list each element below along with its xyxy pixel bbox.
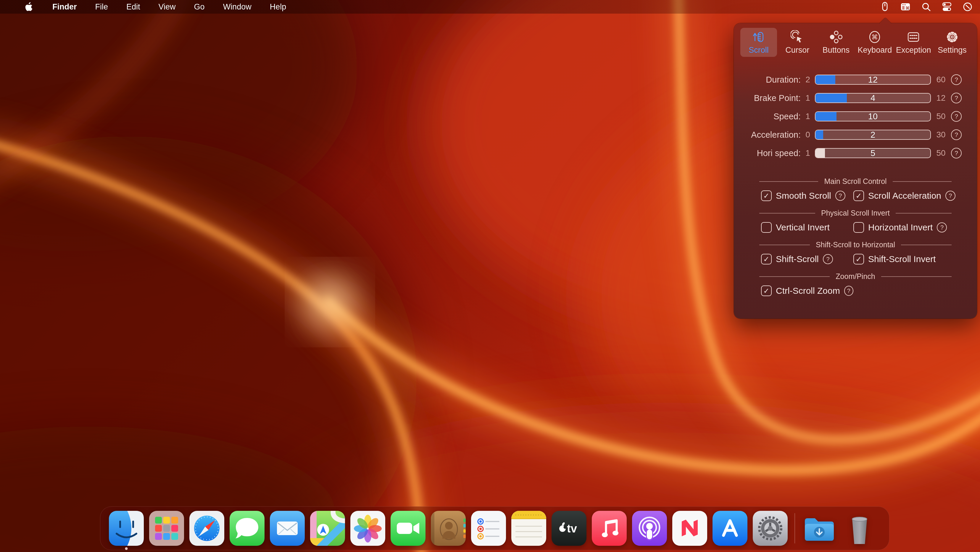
messages-icon xyxy=(230,511,264,546)
menu-item-go[interactable]: Go xyxy=(194,2,205,11)
slider-group: Duration: 2 12 60 ? Brake Point: 1 4 12 … xyxy=(734,70,977,162)
facetime-icon xyxy=(391,511,425,546)
vertical-invert-checkbox[interactable] xyxy=(761,222,772,233)
svg-text:⌘: ⌘ xyxy=(905,6,910,10)
dock-item-photos[interactable] xyxy=(350,511,385,546)
mos-preferences-popover: Scroll Cursor Buttons ⌘ Keyboard Excepti… xyxy=(734,23,977,319)
menu-item-file[interactable]: File xyxy=(95,2,108,11)
podcasts-icon xyxy=(632,511,667,546)
help-icon[interactable]: ? xyxy=(951,74,962,85)
brake-point-slider[interactable]: 4 xyxy=(815,93,931,103)
maps-icon xyxy=(310,511,345,546)
popover-arrow xyxy=(878,18,892,23)
slider-label: Duration: xyxy=(738,75,801,85)
help-icon[interactable]: ? xyxy=(945,191,955,201)
tab-label: Exception xyxy=(896,46,931,55)
dock-item-reminders[interactable] xyxy=(471,511,506,546)
section-label: Shift-Scroll to Horizontal xyxy=(816,241,895,249)
clock-icon[interactable] xyxy=(961,0,974,13)
tab-label: Settings xyxy=(938,46,967,55)
dock-item-app-store[interactable] xyxy=(712,511,748,546)
tab-buttons[interactable]: Buttons xyxy=(818,28,854,57)
help-icon[interactable]: ? xyxy=(951,129,962,140)
tab-settings[interactable]: Settings xyxy=(934,28,970,57)
checkbox-label: Ctrl-Scroll Zoom xyxy=(776,286,840,296)
slider-min: 1 xyxy=(802,93,813,103)
active-app-name[interactable]: Finder xyxy=(52,2,77,11)
help-icon[interactable]: ? xyxy=(844,286,853,296)
slider-max: 30 xyxy=(933,130,949,139)
help-icon[interactable]: ? xyxy=(951,111,962,122)
help-icon[interactable]: ? xyxy=(951,93,962,103)
running-indicator xyxy=(125,547,128,550)
acceleration-slider[interactable]: 2 xyxy=(815,130,931,140)
system-preferences-icon xyxy=(753,511,788,546)
shift-scroll-checkbox[interactable]: ✓ xyxy=(761,254,772,265)
section-label: Physical Scroll Invert xyxy=(821,209,890,217)
slider-label: Acceleration: xyxy=(738,130,801,140)
spotlight-search-icon[interactable] xyxy=(920,0,933,13)
dock-item-downloads[interactable] xyxy=(802,511,837,546)
apple-menu[interactable] xyxy=(25,2,33,11)
mail-icon xyxy=(270,511,305,546)
dock-item-podcasts[interactable] xyxy=(632,511,667,546)
checkbox-label: Scroll Acceleration xyxy=(868,191,941,201)
mouse-status-icon[interactable] xyxy=(878,0,891,13)
help-icon[interactable]: ? xyxy=(823,254,833,264)
tab-label: Keyboard xyxy=(858,46,892,55)
keyboard-viewer-icon[interactable]: ⌘ xyxy=(899,0,912,13)
dock-item-system-preferences[interactable] xyxy=(752,511,788,546)
horizontal-invert-checkbox[interactable] xyxy=(853,222,864,233)
checkbox-label: Vertical Invert xyxy=(776,222,830,233)
dock-item-tv[interactable]: tv xyxy=(551,511,587,546)
shift-scroll-invert-checkbox[interactable]: ✓ xyxy=(853,254,864,265)
dock-item-safari[interactable] xyxy=(189,511,224,546)
dock-item-news[interactable] xyxy=(672,511,708,546)
speed-slider[interactable]: 10 xyxy=(815,111,931,121)
menu-item-window[interactable]: Window xyxy=(223,2,251,11)
help-icon[interactable]: ? xyxy=(835,191,845,201)
help-icon[interactable]: ? xyxy=(951,148,962,158)
slider-max: 50 xyxy=(933,148,949,158)
checkbox-row: Vertical Invert Horizontal Invert ? xyxy=(734,221,977,234)
gear-icon xyxy=(945,30,959,44)
dock-item-notes[interactable] xyxy=(511,511,547,546)
checkbox-label: Horizontal Invert xyxy=(868,222,933,233)
control-center-icon[interactable] xyxy=(940,0,953,13)
tab-keyboard[interactable]: ⌘ Keyboard xyxy=(856,28,893,57)
slider-label: Hori speed: xyxy=(738,148,801,158)
dock-item-contacts[interactable] xyxy=(431,511,466,546)
svg-text:⌘: ⌘ xyxy=(872,34,878,41)
exception-list-icon xyxy=(907,30,920,44)
help-icon[interactable]: ? xyxy=(937,222,947,233)
slider-row-duration: Duration: 2 12 60 ? xyxy=(734,70,977,89)
duration-slider[interactable]: 12 xyxy=(815,75,931,85)
hori-speed-slider[interactable]: 5 xyxy=(815,148,931,158)
section-physical-scroll-invert: Physical Scroll Invert xyxy=(734,209,977,217)
tab-cursor[interactable]: Cursor xyxy=(779,28,816,57)
ctrl-scroll-zoom-checkbox[interactable]: ✓ xyxy=(761,286,772,296)
dock-item-mail[interactable] xyxy=(270,511,305,546)
tab-label: Scroll xyxy=(749,46,769,55)
slider-value: 2 xyxy=(816,130,930,139)
dock-item-finder[interactable] xyxy=(108,511,144,546)
dock-item-trash[interactable] xyxy=(842,511,877,546)
menu-item-help[interactable]: Help xyxy=(270,2,286,11)
checkbox-row: ✓ Shift-Scroll ? ✓ Shift-Scroll Invert xyxy=(734,253,977,266)
dock-item-messages[interactable] xyxy=(229,511,265,546)
checkbox-label: Shift-Scroll xyxy=(776,254,819,264)
tab-exception[interactable]: Exception xyxy=(895,28,932,57)
dock-item-maps[interactable] xyxy=(310,511,345,546)
scroll-acceleration-checkbox[interactable]: ✓ xyxy=(853,190,864,201)
dock-item-facetime[interactable] xyxy=(390,511,426,546)
menu-item-view[interactable]: View xyxy=(159,2,176,11)
menu-item-edit[interactable]: Edit xyxy=(126,2,140,11)
cursor-click-icon xyxy=(791,30,804,44)
dock-item-launchpad[interactable] xyxy=(149,511,185,546)
status-icon-tray: ⌘ xyxy=(878,0,980,13)
menu-bar: Finder File Edit View Go Window Help ⌘ xyxy=(0,0,980,14)
slider-value: 4 xyxy=(816,94,930,102)
smooth-scroll-checkbox[interactable]: ✓ xyxy=(761,190,772,201)
tab-scroll[interactable]: Scroll xyxy=(740,28,777,57)
dock-item-music[interactable] xyxy=(592,511,627,546)
